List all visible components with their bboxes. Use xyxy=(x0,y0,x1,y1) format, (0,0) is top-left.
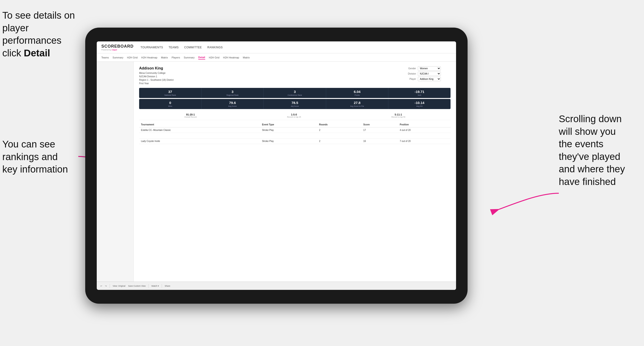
cell-position-1: 4 out of 20 xyxy=(398,128,451,133)
record-top25: 1-5-0 Record vs top 25 xyxy=(287,113,301,118)
tablet-device: SCOREBOARD Powered by clippd TOURNAMENTS… xyxy=(85,28,468,304)
stat-label-wins: Wins xyxy=(140,105,200,107)
division-select[interactable]: NJCAA I xyxy=(418,72,441,76)
subnav-summary2[interactable]: Summary xyxy=(184,56,195,59)
subnav-matrix[interactable]: Matrix xyxy=(161,56,168,59)
subnav-detail[interactable]: Detail xyxy=(198,55,205,60)
arrow-to-tournaments xyxy=(485,184,566,216)
toolbar-save-custom[interactable]: Save Custom View xyxy=(128,285,146,287)
subnav-players[interactable]: Players xyxy=(172,56,180,59)
record-value-top50: 5-11-1 xyxy=(391,113,405,116)
table-row[interactable] xyxy=(139,133,450,139)
tablet-screen: SCOREBOARD Powered by clippd TOURNAMENTS… xyxy=(97,41,456,290)
stat-value-points: 6.04 xyxy=(328,90,387,94)
stat-adj-score: 78.5 Adj Score xyxy=(264,99,326,109)
stat-value-avg-score-par: 27.8 xyxy=(328,101,387,105)
stat-label-avg-sg: Avg SG xyxy=(390,105,449,107)
col-event-type: Event Type xyxy=(260,122,317,128)
annotation-r6: have finished xyxy=(559,176,616,187)
toolbar-share[interactable]: Share xyxy=(165,285,170,287)
gender-select[interactable]: Women xyxy=(418,66,441,71)
toolbar-view-original[interactable]: View: Original xyxy=(113,285,125,287)
bottom-toolbar: ↩ ↪ View: Original Save Custom View Watc… xyxy=(97,282,456,290)
stat-sos: -19.71 SoS xyxy=(388,88,450,98)
subnav-teams[interactable]: Teams xyxy=(101,56,109,59)
stat-value-adj-score: 78.5 xyxy=(265,101,324,105)
player-division: NJCAA Division 1 xyxy=(139,75,174,78)
left-panel xyxy=(97,62,134,282)
record-value-overall: 91-20-1 xyxy=(184,113,196,116)
tournament-table-header: Tournament Event Type Rounds Score Posit… xyxy=(139,122,450,128)
stats-row1: 37 National Rank 3 Regional Rank 3 Confe… xyxy=(139,88,450,98)
col-score: Score xyxy=(362,122,398,128)
nav-rankings[interactable]: RANKINGS xyxy=(207,45,223,50)
subnav-matrix2[interactable]: Matrix xyxy=(243,56,250,59)
stat-avg-sg: -10.14 Avg SG xyxy=(388,99,450,109)
stat-value-conference-rank: 3 xyxy=(265,90,324,94)
col-position: Position xyxy=(398,122,451,128)
col-rounds: Rounds xyxy=(317,122,362,128)
record-value-top25: 1-5-0 xyxy=(287,113,301,116)
subnav-summary[interactable]: Summary xyxy=(112,56,123,59)
stat-value-wins: 0 xyxy=(140,101,200,105)
stat-points: 6.04 Points xyxy=(326,88,388,98)
nav-committee[interactable]: COMMITTEE xyxy=(184,45,202,50)
toolbar-redo[interactable]: ↪ xyxy=(105,285,107,287)
cell-tournament-3: Lady Coyote Invite xyxy=(139,139,260,144)
stat-value-national-rank: 37 xyxy=(140,90,200,94)
app-header: SCOREBOARD Powered by clippd TOURNAMENTS… xyxy=(97,41,456,53)
gender-label: Gender xyxy=(404,67,416,70)
toolbar-undo[interactable]: ↩ xyxy=(100,285,102,287)
nav-teams[interactable]: TEAMS xyxy=(168,45,179,50)
toolbar-watch[interactable]: Watch ▾ xyxy=(151,285,159,287)
annotation-right: Scrolling down will show you the events … xyxy=(559,113,642,188)
toolbar-sep2 xyxy=(148,284,148,288)
player-selector-row: Player Addison King xyxy=(404,77,450,81)
annotation-bold: Detail xyxy=(24,48,50,58)
subnav-h2h-heatmap2[interactable]: H2H Heatmap xyxy=(223,56,239,59)
gender-selector-row: Gender Women xyxy=(404,66,450,71)
stat-avg-score-par: 27.8 Avg Score to Par xyxy=(326,99,388,109)
subnav-h2h-grid[interactable]: H2H Grid xyxy=(127,56,138,59)
player-select[interactable]: Addison King xyxy=(418,77,441,81)
stat-label-avg-score: Avg Score xyxy=(203,105,262,107)
stat-conference-rank: 3 Conference Rank xyxy=(264,88,326,98)
stat-regional-rank: 3 Regional Rank xyxy=(202,88,264,98)
cell-rounds-1: 2 xyxy=(317,128,362,133)
nav-tournaments[interactable]: TOURNAMENTS xyxy=(140,45,163,50)
main-content: Addison King Mesa Community College NJCA… xyxy=(97,62,456,282)
stat-label-avg-score-par: Avg Score to Par xyxy=(328,105,387,107)
annotation-bl1: You can see xyxy=(2,139,55,150)
subnav-h2h-grid2[interactable]: H2H Grid xyxy=(209,56,220,59)
stat-label-sos: SoS xyxy=(390,94,449,96)
tournament-table: Tournament Event Type Rounds Score Posit… xyxy=(139,122,450,144)
annotation-r5: and where they xyxy=(559,164,625,174)
col-tournament: Tournament xyxy=(139,122,260,128)
player-year: First Year xyxy=(139,82,174,85)
table-row[interactable]: Lady Coyote Invite Stroke Play 2 16 7 ou… xyxy=(139,139,450,144)
cell-score-3: 16 xyxy=(362,139,398,144)
annotation-bl2: rankings and xyxy=(2,151,58,162)
stat-label-adj-score: Adj Score xyxy=(265,105,324,107)
cell-position-3: 7 out of 20 xyxy=(398,139,451,144)
tournament-table-body: Estella CC- Mountain Classic Stroke Play… xyxy=(139,128,450,144)
cell-rounds-3: 2 xyxy=(317,139,362,144)
stat-value-avg-sg: -10.14 xyxy=(390,101,449,105)
right-content: Addison King Mesa Community College NJCA… xyxy=(134,62,456,282)
stat-value-avg-score: 79.6 xyxy=(203,101,262,105)
table-row[interactable]: Estella CC- Mountain Classic Stroke Play… xyxy=(139,128,450,133)
records-row: 91-20-1 Overall Record 1-5-0 Record vs t… xyxy=(139,111,450,120)
annotation-r2: will show you xyxy=(559,126,616,137)
cell-event-type-1: Stroke Play xyxy=(260,128,317,133)
player-info: Addison King Mesa Community College NJCA… xyxy=(139,66,174,85)
player-label: Player xyxy=(404,78,416,80)
stat-value-sos: -19.71 xyxy=(390,90,449,94)
stat-value-regional-rank: 3 xyxy=(203,90,262,94)
logo-area: SCOREBOARD Powered by clippd xyxy=(101,44,134,51)
stat-label-conference-rank: Conference Rank xyxy=(265,94,324,96)
stat-wins: 0 Wins xyxy=(139,99,202,109)
subnav-h2h-heatmap[interactable]: H2H Heatmap xyxy=(141,56,157,59)
cell-score-1: 17 xyxy=(362,128,398,133)
toolbar-sep3 xyxy=(162,284,162,288)
stat-label-regional-rank: Regional Rank xyxy=(203,94,262,96)
